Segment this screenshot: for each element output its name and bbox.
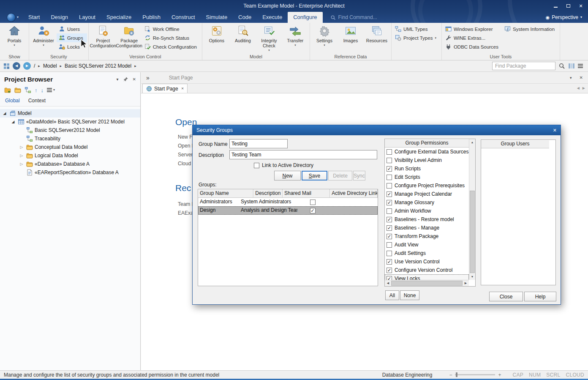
ribbon-tab[interactable]: Execute bbox=[257, 12, 288, 23]
tree-item[interactable]: Basic SQLServer2012 Model bbox=[0, 126, 140, 134]
ribbon-tab[interactable]: Configure bbox=[288, 12, 322, 23]
zoom-in-button[interactable] bbox=[498, 372, 501, 378]
status-indicator[interactable]: CLOUD bbox=[566, 372, 584, 378]
group-name-input[interactable] bbox=[229, 139, 288, 148]
tree-expander[interactable] bbox=[19, 145, 24, 149]
breadcrumb-item[interactable]: Basic SQLServer 2012 Model bbox=[65, 63, 131, 69]
zoom-slider[interactable] bbox=[455, 374, 495, 375]
ribbon-tab[interactable]: Design bbox=[45, 12, 73, 23]
scroll-tabs-left-icon[interactable] bbox=[577, 87, 580, 90]
ribbon-button[interactable]: Work Offline bbox=[142, 25, 201, 33]
app-menu-button[interactable] bbox=[3, 12, 23, 23]
permission-item[interactable]: Transform Package bbox=[385, 232, 469, 241]
permissions-header[interactable]: Group Permissions bbox=[385, 139, 469, 148]
tree-expander[interactable] bbox=[10, 120, 16, 124]
ribbon-button[interactable]: ODBC Data Sources bbox=[443, 42, 502, 51]
all-button[interactable]: All bbox=[385, 290, 399, 300]
back-button[interactable] bbox=[13, 62, 20, 70]
permission-item[interactable]: Edit Scripts bbox=[385, 173, 469, 181]
status-mode[interactable]: Database Engineering bbox=[382, 372, 433, 378]
permission-checkbox[interactable] bbox=[387, 158, 392, 163]
find-package-input[interactable]: Find Package bbox=[492, 62, 555, 70]
checkbox-icon[interactable] bbox=[254, 163, 259, 168]
ribbon-button[interactable]: Transfer bbox=[282, 23, 308, 52]
shared-mail-checkbox[interactable] bbox=[310, 208, 316, 213]
permission-checkbox[interactable] bbox=[387, 175, 392, 180]
dialog-titlebar[interactable]: Security Groups bbox=[193, 125, 561, 135]
move-down-icon[interactable] bbox=[41, 87, 44, 93]
ribbon-button[interactable]: Re-Synch Status bbox=[142, 33, 201, 42]
browser-tab[interactable]: Global bbox=[5, 98, 20, 104]
permission-item[interactable]: View Locks bbox=[385, 274, 469, 280]
permission-checkbox[interactable] bbox=[387, 268, 392, 273]
forward-button[interactable] bbox=[23, 62, 31, 70]
permission-item[interactable]: Use Version Control bbox=[385, 257, 469, 266]
permission-item[interactable]: Baselines - Manage bbox=[385, 224, 469, 232]
new-diagram-icon[interactable] bbox=[24, 87, 31, 93]
tab-close-icon[interactable] bbox=[181, 87, 184, 90]
shared-mail-checkbox[interactable] bbox=[310, 200, 316, 205]
status-indicator[interactable]: NUM bbox=[529, 372, 541, 378]
minimize-button[interactable] bbox=[549, 0, 562, 12]
ribbon-button[interactable]: Windows Explorer bbox=[443, 25, 502, 33]
column-header[interactable]: Description bbox=[253, 189, 283, 198]
permission-item[interactable]: Admin Workflow bbox=[385, 207, 469, 215]
new-package-icon[interactable] bbox=[4, 87, 11, 93]
help-button[interactable]: Help bbox=[524, 292, 556, 301]
permission-checkbox[interactable] bbox=[387, 276, 392, 280]
workspace-grid-icon[interactable] bbox=[3, 63, 10, 69]
panel-close-icon[interactable] bbox=[133, 77, 136, 82]
vertical-scrollbar[interactable] bbox=[469, 139, 475, 280]
breadcrumb-item[interactable]: Model bbox=[43, 63, 57, 69]
ribbon-tab[interactable]: Construct bbox=[166, 12, 201, 23]
permission-checkbox[interactable] bbox=[387, 200, 392, 205]
tree-expander[interactable] bbox=[19, 153, 24, 158]
dialog-close-icon[interactable] bbox=[553, 128, 557, 133]
zoom-out-button[interactable] bbox=[449, 372, 452, 378]
horizontal-scrollbar[interactable] bbox=[385, 280, 469, 286]
ribbon-tab[interactable]: Layout bbox=[74, 12, 101, 23]
permission-checkbox[interactable] bbox=[387, 183, 392, 189]
ribbon-button[interactable]: Resources bbox=[364, 23, 390, 46]
tree-item[interactable]: Logical Data Model bbox=[0, 151, 140, 160]
ribbon-button[interactable]: Check Configuration bbox=[142, 42, 201, 51]
browser-options-menu[interactable] bbox=[47, 87, 55, 93]
tree-item[interactable]: «Database» Database A bbox=[0, 160, 140, 168]
find-command-box[interactable]: Find Command... bbox=[330, 12, 377, 23]
ribbon-button[interactable]: Groups bbox=[57, 33, 87, 42]
column-header[interactable]: Group Name bbox=[198, 189, 253, 198]
tree-item[interactable]: Model bbox=[0, 109, 140, 118]
table-row[interactable]: Design Analysis and Design Team bbox=[198, 206, 378, 215]
status-indicator[interactable]: CAP bbox=[512, 372, 523, 378]
move-up-icon[interactable] bbox=[35, 87, 38, 93]
permission-item[interactable]: Configure Project Prerequisites bbox=[385, 181, 469, 190]
close-button[interactable]: Close bbox=[489, 292, 523, 301]
permission-item[interactable]: Audit Settings bbox=[385, 249, 469, 257]
permission-item[interactable]: Configure External Data Sources bbox=[385, 148, 469, 156]
column-header[interactable]: Active Directory Link bbox=[330, 189, 378, 198]
dialog-button[interactable]: Delete bbox=[328, 171, 352, 180]
scroll-right-icon[interactable] bbox=[463, 280, 469, 286]
dialog-button[interactable]: Save bbox=[302, 171, 327, 180]
ribbon-button[interactable]: Settings bbox=[311, 23, 338, 46]
dialog-button[interactable]: Sync bbox=[353, 171, 365, 180]
ribbon-tab[interactable]: Publish bbox=[137, 12, 166, 23]
ribbon-button[interactable]: Integrity Check bbox=[256, 23, 282, 52]
tree-expander[interactable] bbox=[19, 162, 24, 166]
permission-item[interactable]: Baselines - Restore model bbox=[385, 215, 469, 224]
permission-checkbox[interactable] bbox=[387, 166, 392, 172]
tree-item[interactable]: «EAReportSpecification» Database A bbox=[0, 168, 140, 177]
ribbon-button[interactable]: Locks bbox=[57, 42, 87, 51]
status-indicator[interactable]: SCRL bbox=[546, 372, 560, 378]
ribbon-button[interactable]: Project Configuration bbox=[90, 23, 116, 48]
ribbon-button[interactable]: Portals bbox=[1, 23, 27, 46]
ribbon-button[interactable]: Users bbox=[57, 25, 87, 33]
group-users-header[interactable]: Group Users bbox=[481, 140, 549, 148]
ribbon-button[interactable]: Images bbox=[338, 23, 364, 46]
permission-checkbox[interactable] bbox=[387, 208, 392, 214]
ribbon-button[interactable]: Administer bbox=[30, 23, 57, 46]
perspective-menu[interactable]: Perspective bbox=[546, 12, 588, 23]
scroll-up-icon[interactable] bbox=[469, 139, 475, 145]
browser-tab[interactable]: Context bbox=[28, 98, 46, 104]
permission-item[interactable]: Configure Version Control bbox=[385, 266, 469, 274]
